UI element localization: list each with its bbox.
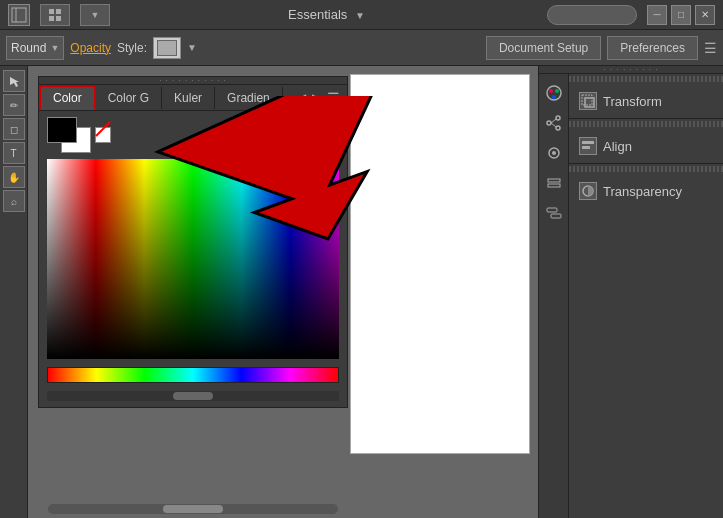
svg-rect-24: [585, 98, 594, 107]
color-panel: · · · · · · · · · · · Color Color G Kule…: [38, 76, 348, 408]
svg-line-15: [551, 119, 556, 123]
transparency-label: Transparency: [603, 184, 682, 199]
svg-rect-5: [56, 16, 61, 21]
tab-scroll-right[interactable]: ▶: [309, 91, 324, 105]
svg-point-13: [556, 126, 560, 130]
panel-divider-top: [569, 76, 723, 82]
transform-item: Transform: [579, 92, 713, 110]
svg-rect-23: [582, 95, 592, 105]
svg-rect-22: [551, 214, 561, 218]
tab-scroll-controls: ◀ ▶ ☰: [290, 90, 347, 106]
app-logo: [8, 4, 30, 26]
hue-slider[interactable]: [47, 367, 339, 383]
share-icon[interactable]: [543, 112, 565, 134]
svg-rect-25: [582, 141, 594, 144]
svg-point-12: [556, 116, 560, 120]
type-tool[interactable]: T: [3, 142, 25, 164]
style-color-box[interactable]: [153, 37, 181, 59]
color-spectrum[interactable]: [47, 159, 339, 359]
right-panel: · · · · · · · · ·: [538, 66, 723, 518]
shape-tool[interactable]: ◻: [3, 118, 25, 140]
svg-point-14: [547, 121, 551, 125]
svg-rect-2: [49, 9, 54, 14]
panel-divider-middle: [569, 121, 723, 127]
opacity-label: Opacity: [70, 41, 111, 55]
color-swatches: [39, 111, 347, 159]
hand-tool[interactable]: ✋: [3, 166, 25, 188]
search-input[interactable]: [547, 5, 637, 25]
pen-tool[interactable]: ✏: [3, 94, 25, 116]
right-panel-drag-bar[interactable]: · · · · · · · · ·: [539, 66, 723, 74]
horizontal-scrollbar[interactable]: [48, 504, 338, 514]
panel-menu-button[interactable]: ☰: [324, 90, 343, 106]
left-tool-panel: ✏ ◻ T ✋ ⌕: [0, 66, 28, 518]
tab-color[interactable]: Color: [39, 85, 96, 110]
grid-view-button[interactable]: [40, 4, 70, 26]
svg-point-10: [555, 89, 559, 93]
foreground-color-swatch[interactable]: [47, 117, 77, 143]
svg-rect-19: [548, 179, 560, 182]
panel-content: Transform Align: [569, 74, 723, 518]
style-label: Style:: [117, 41, 147, 55]
transparency-icon: [579, 182, 597, 200]
svg-rect-0: [12, 8, 26, 22]
right-panel-body: Transform Align: [539, 74, 723, 518]
layers-icon[interactable]: [543, 172, 565, 194]
transform-section: Transform: [569, 84, 723, 119]
scrollbar-thumb: [163, 505, 223, 513]
panel-divider-bottom: [569, 166, 723, 172]
app-title: Essentials ▼: [120, 7, 537, 22]
view-dropdown-button[interactable]: ▼: [80, 4, 110, 26]
top-bar: ▼ Essentials ▼ ─ □ ✕: [0, 0, 723, 30]
align-icon: [579, 137, 597, 155]
main-area: ✏ ◻ T ✋ ⌕ · · · · · · · · · · · Color Co…: [0, 66, 723, 518]
foreground-background-swatches[interactable]: [47, 117, 91, 153]
svg-rect-21: [547, 208, 557, 212]
tab-scroll-left[interactable]: ◀: [294, 91, 309, 105]
svg-rect-26: [582, 146, 590, 149]
round-select[interactable]: Round ▼: [6, 36, 64, 60]
circle-tool-icon[interactable]: [543, 142, 565, 164]
tab-color-guide[interactable]: Color G: [96, 87, 162, 109]
document-setup-button[interactable]: Document Setup: [486, 36, 601, 60]
panel-drag-bar[interactable]: · · · · · · · · · · ·: [39, 77, 347, 85]
svg-rect-20: [548, 184, 560, 187]
selection-tool[interactable]: [3, 70, 25, 92]
svg-point-11: [552, 95, 556, 99]
drag-dots: · · · · · · · · · · ·: [159, 76, 227, 85]
minimize-button[interactable]: ─: [647, 5, 667, 25]
svg-point-18: [552, 151, 556, 155]
svg-point-9: [549, 89, 553, 93]
align-item: Align: [579, 137, 713, 155]
canvas-area: · · · · · · · · · · · Color Color G Kule…: [28, 66, 538, 518]
transform-icon: [579, 92, 597, 110]
color-panel-tabs: Color Color G Kuler Gradien ◀ ▶ ☰: [39, 85, 347, 111]
close-button[interactable]: ✕: [695, 5, 715, 25]
document-canvas: [350, 74, 530, 454]
spectrum-gradient: [47, 159, 339, 359]
preferences-button[interactable]: Preferences: [607, 36, 698, 60]
zoom-tool[interactable]: ⌕: [3, 190, 25, 212]
svg-rect-3: [56, 9, 61, 14]
align-section: Align: [569, 129, 723, 164]
color-panel-scrollbar[interactable]: [173, 392, 213, 400]
none-swatch[interactable]: [95, 127, 111, 143]
transform-label: Transform: [603, 94, 662, 109]
style-dropdown-icon[interactable]: ▼: [187, 42, 197, 53]
svg-marker-6: [10, 77, 19, 87]
palette-icon[interactable]: [543, 82, 565, 104]
panel-icon-column: [539, 74, 569, 518]
transparency-section: Transparency: [569, 174, 723, 208]
align-label: Align: [603, 139, 632, 154]
maximize-button[interactable]: □: [671, 5, 691, 25]
toolbar-menu-icon[interactable]: ☰: [704, 40, 717, 56]
tab-gradients[interactable]: Gradien: [215, 87, 283, 109]
svg-line-16: [551, 123, 556, 127]
swap-icon[interactable]: [543, 202, 565, 224]
svg-rect-4: [49, 16, 54, 21]
transparency-item: Transparency: [579, 182, 713, 200]
drag-dots-right: · · · · · · · · ·: [604, 65, 659, 74]
toolbar: Round ▼ Opacity Style: ▼ Document Setup …: [0, 30, 723, 66]
window-controls: ─ □ ✕: [647, 5, 715, 25]
tab-kuler[interactable]: Kuler: [162, 87, 215, 109]
